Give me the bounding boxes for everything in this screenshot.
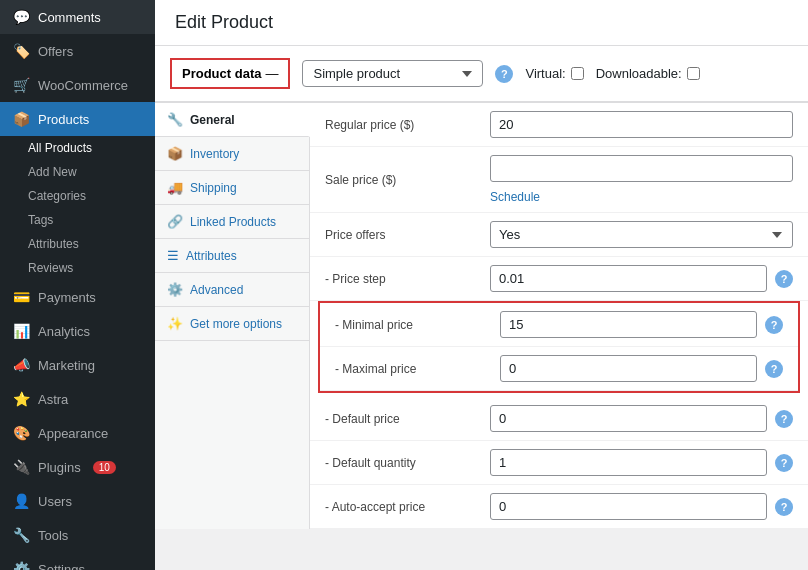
product-data-wrapper: Product data — Simple product Variable p… [155,46,808,529]
inventory-tab-icon: 📦 [167,146,183,161]
product-type-select[interactable]: Simple product Variable product Grouped … [302,60,483,87]
products-icon: 📦 [12,110,30,128]
sidebar-item-payments[interactable]: 💳 Payments [0,280,155,314]
default-price-label: - Default price [325,412,490,426]
regular-price-input[interactable] [490,111,793,138]
plugins-icon: 🔌 [12,458,30,476]
auto-accept-price-label: - Auto-accept price [325,500,490,514]
regular-price-input-wrap [490,111,793,138]
price-step-input[interactable] [490,265,767,292]
field-price-step: - Price step ? [310,257,808,301]
default-price-input-wrap: ? [490,405,793,432]
marketing-icon: 📣 [12,356,30,374]
general-tab-icon: 🔧 [167,112,183,127]
downloadable-checkbox[interactable] [687,67,700,80]
default-quantity-input[interactable] [490,449,767,476]
price-step-help-icon[interactable]: ? [775,270,793,288]
price-step-input-wrap: ? [490,265,793,292]
sidebar-sub-attributes[interactable]: Attributes [0,232,155,256]
sidebar-item-marketing[interactable]: 📣 Marketing [0,348,155,382]
sidebar-item-comments[interactable]: 💬 Comments [0,0,155,34]
auto-accept-price-input[interactable] [490,493,767,520]
field-price-offers: Price offers Yes No [310,213,808,257]
sidebar-item-settings[interactable]: ⚙️ Settings [0,552,155,570]
product-data-dash: — [265,66,278,81]
sidebar-item-woocommerce[interactable]: 🛒 WooCommerce [0,68,155,102]
product-data-content: 🔧 General 📦 Inventory 🚚 Shipping 🔗 Linke… [155,102,808,529]
sidebar-item-analytics[interactable]: 📊 Analytics [0,314,155,348]
tab-linked-products[interactable]: 🔗 Linked Products [155,205,309,239]
sidebar-sub-categories[interactable]: Categories [0,184,155,208]
astra-icon: ⭐ [12,390,30,408]
default-price-help-icon[interactable]: ? [775,410,793,428]
sidebar-item-offers[interactable]: 🏷️ Offers [0,34,155,68]
auto-accept-price-input-wrap: ? [490,493,793,520]
sidebar-sub-reviews[interactable]: Reviews [0,256,155,280]
tab-linked-label: Linked Products [190,215,276,229]
sidebar-item-products[interactable]: 📦 Products [0,102,155,136]
minimal-price-label: - Minimal price [335,318,500,332]
sidebar-sub-add-new[interactable]: Add New [0,160,155,184]
downloadable-check-label: Downloadable: [596,66,700,81]
minimal-price-input[interactable] [500,311,757,338]
field-minimal-price: - Minimal price ? [320,303,798,347]
sidebar-label-payments: Payments [38,290,96,305]
advanced-tab-icon: ⚙️ [167,282,183,297]
linked-products-tab-icon: 🔗 [167,214,183,229]
analytics-icon: 📊 [12,322,30,340]
default-quantity-help-icon[interactable]: ? [775,454,793,472]
price-offers-label: Price offers [325,228,490,242]
tab-shipping[interactable]: 🚚 Shipping [155,171,309,205]
sidebar-item-astra[interactable]: ⭐ Astra [0,382,155,416]
sidebar-sub-tags[interactable]: Tags [0,208,155,232]
payments-icon: 💳 [12,288,30,306]
sidebar-label-analytics: Analytics [38,324,90,339]
price-offers-select[interactable]: Yes No [490,221,793,248]
field-sale-price: Sale price ($) Schedule [310,147,808,213]
product-type-help-icon[interactable]: ? [495,65,513,83]
get-more-tab-icon: ✨ [167,316,183,331]
minimal-price-input-wrap: ? [500,311,783,338]
page-header: Edit Product [155,0,808,46]
sidebar-sub-all-products[interactable]: All Products [0,136,155,160]
tab-attributes[interactable]: ☰ Attributes [155,239,309,273]
comments-icon: 💬 [12,8,30,26]
tab-advanced[interactable]: ⚙️ Advanced [155,273,309,307]
sidebar-label-woocommerce: WooCommerce [38,78,128,93]
tab-inventory[interactable]: 📦 Inventory [155,137,309,171]
shipping-tab-icon: 🚚 [167,180,183,195]
tabs-panel: 🔧 General 📦 Inventory 🚚 Shipping 🔗 Linke… [155,103,310,529]
product-data-label-box: Product data — [170,58,290,89]
tab-general[interactable]: 🔧 General [155,103,310,137]
default-price-input[interactable] [490,405,767,432]
sidebar-item-plugins[interactable]: 🔌 Plugins 10 [0,450,155,484]
tools-icon: 🔧 [12,526,30,544]
sidebar-label-users: Users [38,494,72,509]
fields-panel: Regular price ($) Sale price ($) Schedul… [310,103,808,529]
maximal-price-input[interactable] [500,355,757,382]
sidebar-label-plugins: Plugins [38,460,81,475]
field-auto-accept-price: - Auto-accept price ? [310,485,808,529]
virtual-label: Virtual: [525,66,565,81]
sidebar-item-tools[interactable]: 🔧 Tools [0,518,155,552]
sale-price-input[interactable] [490,155,793,182]
sale-price-input-wrap: Schedule [490,155,793,204]
auto-accept-price-help-icon[interactable]: ? [775,498,793,516]
sidebar-item-appearance[interactable]: 🎨 Appearance [0,416,155,450]
sidebar-label-settings: Settings [38,562,85,571]
maximal-price-help-icon[interactable]: ? [765,360,783,378]
sidebar-item-users[interactable]: 👤 Users [0,484,155,518]
page-title: Edit Product [175,12,788,33]
field-regular-price: Regular price ($) [310,103,808,147]
sidebar-label-tools: Tools [38,528,68,543]
schedule-link[interactable]: Schedule [490,190,540,204]
appearance-icon: 🎨 [12,424,30,442]
tab-get-more-options[interactable]: ✨ Get more options [155,307,309,341]
virtual-check-label: Virtual: [525,66,583,81]
attributes-tab-icon: ☰ [167,248,179,263]
tab-inventory-label: Inventory [190,147,239,161]
minimal-price-help-icon[interactable]: ? [765,316,783,334]
sidebar-label-products: Products [38,112,89,127]
virtual-checkbox[interactable] [571,67,584,80]
price-step-label: - Price step [325,272,490,286]
